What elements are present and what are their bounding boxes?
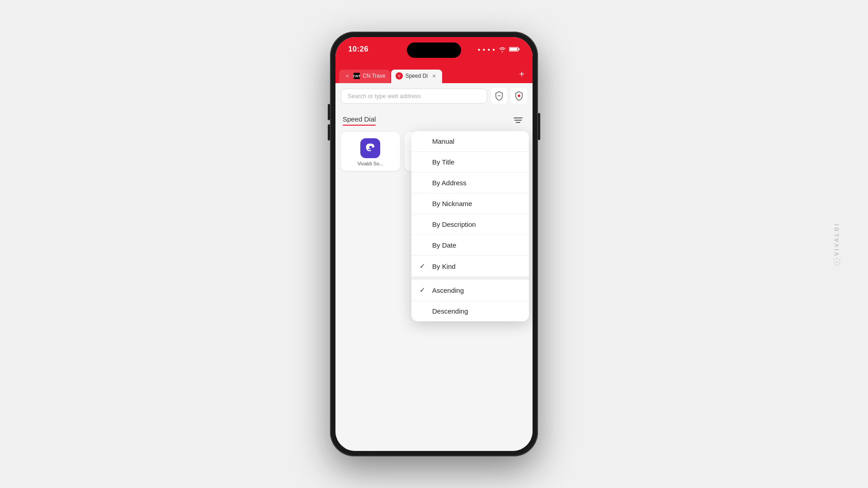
svg-point-9 xyxy=(836,261,838,263)
svg-rect-2 xyxy=(509,48,517,51)
check-mark-ascending: ✓ xyxy=(420,286,428,294)
tab-cn-travel[interactable]: ✕ CNT CN Trave xyxy=(339,70,390,83)
sort-option-by-address[interactable]: By Address xyxy=(411,173,529,193)
signal-icon: ● ● ● ● xyxy=(478,47,496,52)
phone-screen: 10:26 ● ● ● ● xyxy=(335,37,533,451)
sort-by-kind-label: By Kind xyxy=(432,263,456,270)
sort-option-manual[interactable]: Manual xyxy=(411,131,529,152)
address-bar-placeholder: Search or type web address xyxy=(348,93,421,99)
sort-ascending-label: Ascending xyxy=(432,286,464,294)
vivaldi-dial-icon xyxy=(360,138,380,158)
sort-option-descending[interactable]: Descending xyxy=(411,301,529,321)
address-bar-row: Search or type web address xyxy=(335,83,533,108)
sort-option-by-kind[interactable]: ✓ By Kind xyxy=(411,256,529,277)
sort-dropdown: Manual By Title By Address By Nickname xyxy=(411,131,529,321)
svg-point-4 xyxy=(518,94,520,97)
speed-dial-header: Speed Dial xyxy=(335,108,533,127)
add-tab-button[interactable]: + xyxy=(514,67,529,81)
tabs-bar: ✕ CNT CN Trave V Speed Di ✕ + xyxy=(335,61,533,83)
address-bar[interactable]: Search or type web address xyxy=(341,89,487,103)
sort-option-by-date[interactable]: By Date xyxy=(411,235,529,256)
sort-manual-label: Manual xyxy=(432,137,454,145)
battery-icon xyxy=(509,46,520,52)
speed-dial-favicon: V xyxy=(396,72,403,80)
status-time: 10:26 xyxy=(348,45,368,54)
sort-button[interactable] xyxy=(511,113,525,127)
cnt-favicon: CNT xyxy=(354,73,360,79)
vivaldi-dial-label: Vivaldi So... xyxy=(357,161,383,166)
sort-by-description-label: By Description xyxy=(432,221,476,228)
sort-by-date-label: By Date xyxy=(432,241,456,249)
sort-descending-label: Descending xyxy=(432,307,468,315)
vivaldi-watermark-text: VIVALDI xyxy=(834,222,840,256)
status-bar: 10:26 ● ● ● ● xyxy=(335,37,533,61)
speed-dial-underline xyxy=(343,125,376,126)
tab-speed-dial-label: Speed Di xyxy=(406,73,428,79)
dial-item-vivaldi[interactable]: Vivaldi So... xyxy=(341,132,400,171)
status-icons: ● ● ● ● xyxy=(478,46,520,52)
power-button[interactable] xyxy=(538,113,540,140)
phone-wrapper: 10:26 ● ● ● ● xyxy=(330,32,538,456)
vivaldi-logo-icon xyxy=(833,258,841,266)
sort-option-by-nickname[interactable]: By Nickname xyxy=(411,193,529,214)
sort-option-ascending[interactable]: ✓ Ascending xyxy=(411,277,529,301)
speed-dial-tab[interactable]: Speed Dial xyxy=(343,115,376,126)
svg-rect-1 xyxy=(519,48,519,50)
shield-button[interactable] xyxy=(491,88,507,104)
dynamic-island xyxy=(407,42,461,58)
tab-close-active[interactable]: ✕ xyxy=(430,72,438,80)
vivaldi-button[interactable] xyxy=(511,88,527,104)
sort-option-by-title[interactable]: By Title xyxy=(411,152,529,173)
sort-by-address-label: By Address xyxy=(432,179,467,187)
sort-by-title-label: By Title xyxy=(432,158,454,166)
tab-speed-dial[interactable]: V Speed Di ✕ xyxy=(391,70,442,83)
wifi-icon xyxy=(498,46,506,52)
vivaldi-watermark: VIVALDI xyxy=(833,222,841,266)
tab-cn-travel-label: CN Trave xyxy=(363,73,386,79)
sort-option-by-description[interactable]: By Description xyxy=(411,214,529,235)
speed-dial-section: Speed Dial xyxy=(335,108,533,451)
check-mark-by-kind: ✓ xyxy=(420,262,428,270)
speed-dial-title: Speed Dial xyxy=(343,115,376,123)
tab-close-inactive[interactable]: ✕ xyxy=(344,72,351,80)
sort-by-nickname-label: By Nickname xyxy=(432,200,472,207)
